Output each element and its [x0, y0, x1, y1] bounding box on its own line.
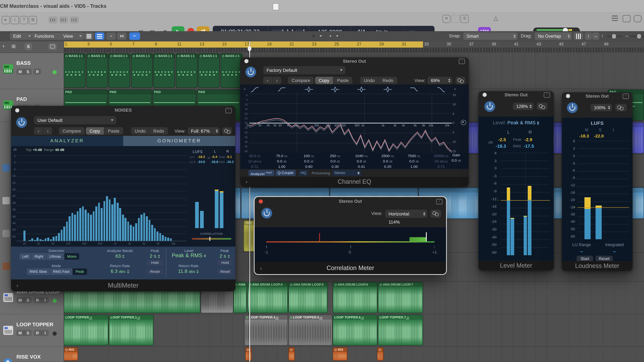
multimeter-window[interactable]: NOISES ↑ User Default ‹› Compare CopyPas… [11, 106, 235, 292]
track-button-I[interactable]: I [41, 330, 49, 336]
ruler-bar-number[interactable]: 39 [492, 42, 496, 46]
plugin-titlebar[interactable]: Stereo Out ↑ [562, 92, 632, 100]
peak-hold-value[interactable]: 2 s [146, 253, 164, 259]
track-button-S[interactable]: S [24, 297, 32, 303]
plugin-titlebar[interactable]: Stereo Out ↑ [240, 57, 468, 65]
bar-ruler[interactable]: 1357911131517192123252729313335373941434… [64, 41, 644, 52]
quick-help-icon[interactable]: ▸ [2, 16, 10, 24]
track-button-M[interactable]: M [16, 297, 24, 303]
track-button-S[interactable]: S [24, 68, 32, 75]
next-preset-button[interactable]: › [43, 127, 52, 134]
ruler-bar-number[interactable]: 19 [267, 42, 272, 46]
option-rms-slow[interactable]: RMS Slow [27, 268, 50, 275]
gain-knob[interactable] [461, 120, 466, 125]
waveform-zoom-button[interactable] [574, 32, 583, 40]
settings-icon[interactable] [48, 16, 58, 23]
ruler-bar-number[interactable]: 5 [110, 42, 112, 46]
track-status-dot[interactable] [52, 70, 56, 74]
ruler-bar-number[interactable]: 9 [155, 42, 157, 46]
link-icon[interactable] [615, 104, 627, 111]
crossfade-button[interactable]: ⋈ [117, 32, 126, 40]
hold-button[interactable]: Hold [147, 260, 163, 266]
secondary-tool[interactable]: + [326, 32, 335, 40]
region-clip[interactable]: ◇ BASS (-1 [176, 53, 198, 88]
hidden-track-icon[interactable] [2, 230, 10, 237]
display-icon[interactable]: ⧉ [29, 16, 37, 24]
ruler-bar-number[interactable]: 7 [132, 42, 134, 46]
open-in-window-icon[interactable]: ↑ [226, 108, 232, 113]
tools-icon[interactable] [70, 16, 79, 23]
pointer-tool[interactable]: ➤ [309, 32, 318, 40]
solo-mode-icon[interactable]: S [460, 15, 469, 23]
ruler-bar-number[interactable]: 29 [379, 42, 384, 46]
solo-badge[interactable]: S [25, 43, 32, 50]
preset-prev-next[interactable]: ‹› [263, 77, 282, 84]
close-icon[interactable] [482, 93, 486, 97]
ruler-bar-number[interactable]: 45 [559, 42, 564, 46]
region-clip[interactable]: LOOP TOPPER ∞ [64, 315, 108, 346]
track-button-S[interactable]: S [24, 330, 32, 336]
hidden-track-icon[interactable] [2, 164, 10, 171]
eq-band-column[interactable]: 250 Hz0.0 dB0.30 [322, 154, 348, 169]
mixer-icon[interactable] [59, 16, 68, 23]
option-right[interactable]: Right [31, 253, 46, 260]
vertical-zoom-slider[interactable]: ↕ [601, 32, 622, 40]
track-lane[interactable]: ◇ RIS◇ ◇ ◇ RIS◇ [64, 347, 644, 362]
eq-band-icon[interactable] [277, 86, 286, 93]
q-couple-button[interactable]: Q-Couple [276, 170, 296, 176]
ruler-bar-number[interactable]: 43 [536, 42, 541, 46]
eq-band-icon[interactable] [357, 86, 366, 93]
ruler-bar-number[interactable]: 25 [334, 42, 339, 46]
reset2-button[interactable]: Reset [217, 269, 233, 274]
tab-goniometer[interactable]: GONIOMETER [123, 136, 235, 146]
hold2-button[interactable]: Hold [217, 260, 233, 266]
power-button[interactable] [484, 101, 495, 112]
duplicate-track-icon[interactable]: ⊞ [12, 43, 16, 49]
undo-button[interactable]: Undo [360, 77, 378, 84]
close-icon[interactable] [259, 199, 263, 203]
ruler-bar-number[interactable]: 35 [447, 42, 451, 46]
view-zoom-select[interactable]: 100% [591, 104, 612, 111]
track-button-I[interactable]: I [41, 297, 49, 303]
power-button[interactable] [245, 66, 256, 77]
level-mode-value[interactable]: Peak & RMS [170, 252, 207, 259]
horizontal-zoom-slider[interactable]: ↔ [625, 32, 644, 40]
view-zoom-select[interactable]: 128% [513, 102, 534, 110]
plugin-titlebar[interactable]: Stereo Out ↑ [255, 197, 446, 205]
eq-band-column[interactable]: 100 Hz0.0 dB0.60 [296, 154, 322, 169]
track-button-R[interactable]: R [34, 68, 41, 75]
grid-view-button[interactable] [84, 32, 94, 40]
inspector-icon[interactable]: i [11, 16, 19, 24]
open-in-window-icon[interactable]: ↑ [623, 94, 629, 99]
region-clip[interactable]: ◇ [377, 347, 384, 361]
return-rate-value[interactable]: 6.3 dB/s [104, 268, 136, 274]
close-icon[interactable] [15, 108, 19, 112]
open-in-window-icon[interactable]: ↑ [436, 199, 442, 204]
disclosure-icon[interactable]: › [260, 265, 262, 271]
prev-preset-button[interactable]: ‹ [263, 77, 272, 84]
disclosure-icon[interactable]: › [16, 282, 18, 289]
region-clip[interactable]: ◇ ANA DRUM LOOP.4 [247, 282, 288, 313]
ruler-bar-number[interactable]: 49 [604, 42, 608, 46]
open-in-window-icon[interactable]: ↑ [544, 92, 550, 98]
analyzer-bands-value[interactable]: 63 [104, 253, 136, 259]
region-clip[interactable]: ◇ BASS (-1 [86, 53, 108, 88]
analyzer-button[interactable]: Analyzer POST [248, 170, 274, 176]
ruler-bar-number[interactable]: 13 [200, 42, 204, 46]
region-clip[interactable]: ● LOOP TOPPER.4 ∞ [244, 315, 288, 346]
undo-button[interactable]: Undo [131, 127, 149, 134]
eq-band-column[interactable]: 20000 Hz24 dB/Oct0.71 [428, 154, 454, 169]
close-icon[interactable] [244, 59, 248, 63]
track-header[interactable]: LOOP TOPPERMSRI [0, 314, 64, 347]
region-clip[interactable]: ◇ BASS (-1 [131, 53, 152, 88]
ruler-bar-number[interactable]: 47 [582, 42, 586, 46]
reset-button[interactable]: Reset [147, 269, 163, 274]
region-clip[interactable]: ◇ [245, 347, 252, 361]
paste-button[interactable]: Paste [104, 127, 123, 134]
prev-preset-button[interactable]: ‹ [34, 127, 43, 134]
automation-button[interactable]: ⌁ [106, 32, 116, 40]
copy-paste-buttons[interactable]: CopyPaste [315, 77, 352, 84]
track-status-dot[interactable] [52, 332, 56, 336]
secondary-tool-chevron[interactable] [336, 35, 338, 37]
list-view-button[interactable] [95, 32, 104, 40]
